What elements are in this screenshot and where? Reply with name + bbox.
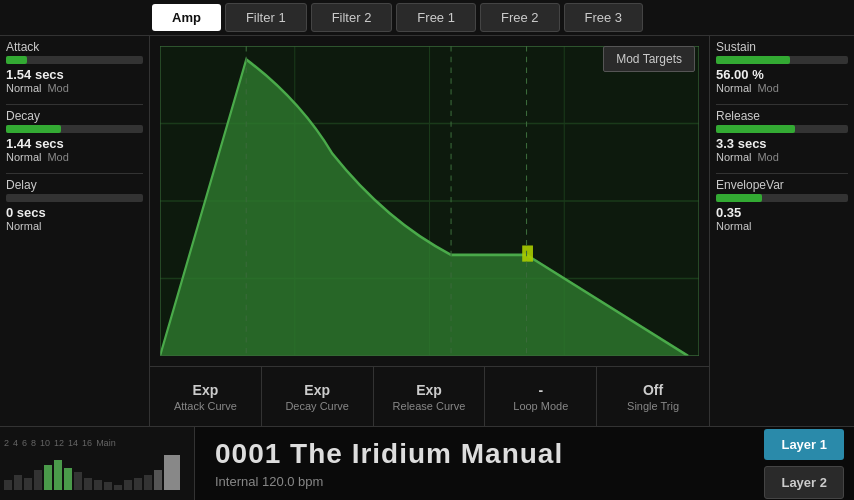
svg-rect-17 bbox=[54, 460, 62, 490]
svg-rect-19 bbox=[74, 472, 82, 490]
single-trig-col[interactable]: Off Single Trig bbox=[597, 367, 709, 426]
attack-mod[interactable]: Mod bbox=[47, 82, 68, 94]
decay-slider[interactable] bbox=[6, 125, 143, 133]
sustain-slider[interactable] bbox=[716, 56, 848, 64]
attack-curve-col[interactable]: Exp Attack Curve bbox=[150, 367, 262, 426]
svg-rect-13 bbox=[14, 475, 22, 490]
sustain-label: Sustain bbox=[716, 40, 848, 54]
decay-normal[interactable]: Normal bbox=[6, 151, 41, 163]
center-panel: Mod Targets bbox=[150, 36, 709, 426]
patch-name: 0001 The Iridium Manual bbox=[215, 438, 734, 470]
main-content: Attack 1.54 secs Normal Mod Decay 1.44 s… bbox=[0, 36, 854, 426]
envelope-var-value: 0.35 bbox=[716, 205, 848, 220]
attack-curve-name: Attack Curve bbox=[174, 400, 237, 412]
loop-mode-value: - bbox=[538, 382, 543, 398]
decay-curve-name: Decay Curve bbox=[285, 400, 349, 412]
tab-amp[interactable]: Amp bbox=[152, 4, 221, 31]
single-trig-value: Off bbox=[643, 382, 663, 398]
decay-label: Decay bbox=[6, 109, 143, 123]
envelope-display bbox=[160, 46, 699, 356]
decay-curve-value: Exp bbox=[304, 382, 330, 398]
sustain-value: 56.00 % bbox=[716, 67, 848, 82]
release-normal[interactable]: Normal bbox=[716, 151, 751, 163]
delay-slider[interactable] bbox=[6, 194, 143, 202]
tab-free1[interactable]: Free 1 bbox=[396, 3, 476, 32]
right-panel: Sustain 56.00 % Normal Mod Release 3.3 s… bbox=[709, 36, 854, 426]
tab-free3[interactable]: Free 3 bbox=[564, 3, 644, 32]
mod-targets-button[interactable]: Mod Targets bbox=[603, 46, 695, 72]
tab-free2[interactable]: Free 2 bbox=[480, 3, 560, 32]
attack-slider[interactable] bbox=[6, 56, 143, 64]
attack-curve-value: Exp bbox=[193, 382, 219, 398]
patch-info: 0001 The Iridium Manual Internal 120.0 b… bbox=[195, 428, 754, 499]
curve-controls: Exp Attack Curve Exp Decay Curve Exp Rel… bbox=[150, 366, 709, 426]
decay-modes: Normal Mod bbox=[6, 151, 143, 163]
svg-rect-15 bbox=[34, 470, 42, 490]
release-value: 3.3 secs bbox=[716, 136, 848, 151]
release-curve-name: Release Curve bbox=[393, 400, 466, 412]
svg-rect-28 bbox=[164, 455, 180, 490]
single-trig-name: Single Trig bbox=[627, 400, 679, 412]
attack-block: Attack 1.54 secs Normal Mod bbox=[6, 40, 143, 94]
svg-rect-7 bbox=[522, 245, 533, 261]
layer1-button[interactable]: Layer 1 bbox=[764, 429, 844, 460]
delay-normal[interactable]: Normal bbox=[6, 220, 41, 232]
tab-filter2[interactable]: Filter 2 bbox=[311, 3, 393, 32]
loop-mode-col[interactable]: - Loop Mode bbox=[485, 367, 597, 426]
svg-rect-25 bbox=[134, 478, 142, 490]
svg-rect-27 bbox=[154, 470, 162, 490]
decay-mod[interactable]: Mod bbox=[47, 151, 68, 163]
svg-rect-22 bbox=[104, 482, 112, 490]
sustain-block: Sustain 56.00 % Normal Mod bbox=[716, 40, 848, 94]
bottom-bar: 2 4 6 8 10 12 14 16 Main bbox=[0, 426, 854, 500]
mini-keys-chart bbox=[4, 450, 184, 490]
svg-rect-21 bbox=[94, 480, 102, 490]
mini-keyboard[interactable]: 2 4 6 8 10 12 14 16 Main bbox=[0, 427, 195, 501]
release-block: Release 3.3 secs Normal Mod bbox=[716, 109, 848, 163]
mini-keys-visual bbox=[4, 450, 190, 490]
svg-rect-23 bbox=[114, 485, 122, 490]
envelope-var-normal[interactable]: Normal bbox=[716, 220, 751, 232]
tab-bar: Amp Filter 1 Filter 2 Free 1 Free 2 Free… bbox=[0, 0, 854, 36]
svg-rect-14 bbox=[24, 478, 32, 490]
release-curve-value: Exp bbox=[416, 382, 442, 398]
patch-tempo: Internal 120.0 bpm bbox=[215, 474, 734, 489]
left-panel: Attack 1.54 secs Normal Mod Decay 1.44 s… bbox=[0, 36, 150, 426]
svg-rect-24 bbox=[124, 480, 132, 490]
envelope-area: Mod Targets bbox=[150, 36, 709, 366]
svg-rect-12 bbox=[4, 480, 12, 490]
sustain-normal[interactable]: Normal bbox=[716, 82, 751, 94]
attack-label: Attack bbox=[6, 40, 143, 54]
loop-mode-name: Loop Mode bbox=[513, 400, 568, 412]
envelope-var-label: EnvelopeVar bbox=[716, 178, 848, 192]
release-modes: Normal Mod bbox=[716, 151, 848, 163]
sustain-modes: Normal Mod bbox=[716, 82, 848, 94]
envelope-var-block: EnvelopeVar 0.35 Normal bbox=[716, 178, 848, 232]
delay-label: Delay bbox=[6, 178, 143, 192]
envelope-var-slider[interactable] bbox=[716, 194, 848, 202]
decay-curve-col[interactable]: Exp Decay Curve bbox=[262, 367, 374, 426]
svg-rect-18 bbox=[64, 468, 72, 490]
tab-filter1[interactable]: Filter 1 bbox=[225, 3, 307, 32]
keys-labels: 2 4 6 8 10 12 14 16 Main bbox=[4, 438, 190, 448]
release-curve-col[interactable]: Exp Release Curve bbox=[374, 367, 486, 426]
attack-modes: Normal Mod bbox=[6, 82, 143, 94]
svg-rect-20 bbox=[84, 478, 92, 490]
svg-rect-26 bbox=[144, 475, 152, 490]
decay-block: Decay 1.44 secs Normal Mod bbox=[6, 109, 143, 163]
release-slider[interactable] bbox=[716, 125, 848, 133]
attack-value: 1.54 secs bbox=[6, 67, 143, 82]
attack-normal[interactable]: Normal bbox=[6, 82, 41, 94]
layer2-button[interactable]: Layer 2 bbox=[764, 466, 844, 499]
release-label: Release bbox=[716, 109, 848, 123]
sustain-mod[interactable]: Mod bbox=[757, 82, 778, 94]
decay-value: 1.44 secs bbox=[6, 136, 143, 151]
svg-rect-16 bbox=[44, 465, 52, 490]
delay-block: Delay 0 secs Normal bbox=[6, 178, 143, 232]
release-mod[interactable]: Mod bbox=[757, 151, 778, 163]
envelope-var-modes: Normal bbox=[716, 220, 848, 232]
delay-modes: Normal bbox=[6, 220, 143, 232]
delay-value: 0 secs bbox=[6, 205, 143, 220]
layer-buttons: Layer 1 Layer 2 bbox=[754, 419, 854, 501]
